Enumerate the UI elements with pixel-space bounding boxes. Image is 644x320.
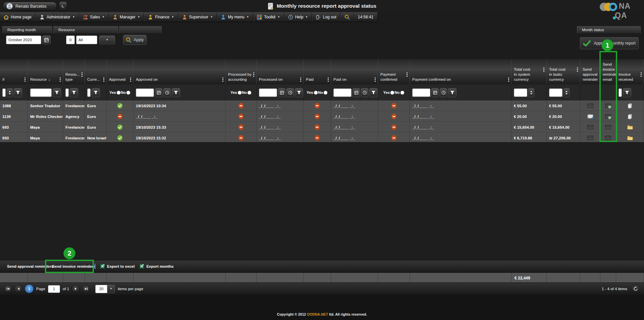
col-header-processed-on[interactable]: Processed on: [257, 59, 304, 84]
id-filter-button[interactable]: [14, 88, 22, 97]
nav-supervisor[interactable]: Supervisor▼: [178, 12, 217, 22]
column-menu-icon[interactable]: [508, 77, 509, 82]
nav-search-button[interactable]: [340, 12, 354, 22]
approved-on-filter-button[interactable]: [172, 88, 180, 97]
column-menu-icon[interactable]: [543, 67, 545, 72]
cell-invoice-received[interactable]: [616, 122, 644, 132]
total-cost-tasks-spinner[interactable]: [564, 88, 570, 97]
refresh-button[interactable]: [631, 284, 640, 293]
total-cost-system-filter-input[interactable]: [514, 88, 527, 97]
currency-filter-input[interactable]: [87, 88, 91, 97]
approved-on-calendar-button[interactable]: [155, 88, 162, 97]
cell-send-approval-reminder[interactable]: [580, 111, 600, 122]
page-size-select[interactable]: 20: [95, 285, 107, 293]
paid-on-clock-button[interactable]: [361, 88, 368, 97]
column-menu-icon[interactable]: [300, 77, 302, 82]
payment-confirmed-on-filter-input[interactable]: [412, 88, 430, 97]
cell-send-approval-reminder[interactable]: [580, 122, 600, 132]
resource-filter-input[interactable]: [30, 88, 52, 97]
dark-mode-toggle[interactable]: [59, 1, 67, 11]
column-menu-icon[interactable]: [24, 77, 26, 82]
col-header-resource[interactable]: Resource↓: [28, 59, 63, 84]
payment-confirmed-no-radio[interactable]: [400, 91, 404, 94]
apply-button[interactable]: Apply: [123, 35, 147, 45]
col-header-approved-on[interactable]: Approved on: [133, 59, 226, 84]
approved-on-filter-input[interactable]: [136, 88, 154, 97]
approved-no-radio[interactable]: [126, 91, 130, 94]
processed-yes-radio[interactable]: [238, 91, 241, 94]
col-header-send-invoice-reminder-email[interactable]: Send invoice reminder email: [600, 59, 616, 84]
id-spinner[interactable]: [7, 88, 13, 97]
processed-on-calendar-button[interactable]: [278, 88, 285, 97]
id-filter-input[interactable]: [2, 88, 6, 97]
column-menu-icon[interactable]: [407, 72, 408, 77]
paid-on-filter-button[interactable]: [369, 88, 378, 97]
resource-select[interactable]: All: [76, 36, 97, 44]
page-size-dropdown-button[interactable]: ▼: [107, 285, 115, 293]
col-header-payment-confirmed-on[interactable]: Payment confirmed on: [410, 59, 512, 84]
column-menu-icon[interactable]: [82, 72, 83, 77]
col-header-paid[interactable]: Paid: [304, 59, 331, 84]
cell-send-invoice-reminder[interactable]: [600, 122, 616, 132]
column-menu-icon[interactable]: [60, 77, 61, 82]
payment-confirmed-yes-radio[interactable]: [390, 91, 394, 94]
resource-type-filter-button[interactable]: [70, 88, 78, 97]
nav-manager[interactable]: Manager▼: [109, 12, 144, 22]
total-cost-tasks-filter-input[interactable]: [549, 88, 562, 97]
nav-log-out[interactable]: Log out: [312, 12, 340, 22]
col-header-approved[interactable]: Approved: [107, 59, 133, 84]
payment-confirmed-on-filter-button[interactable]: [448, 88, 457, 97]
paid-no-radio[interactable]: [324, 91, 327, 94]
column-menu-icon[interactable]: [328, 77, 329, 82]
nav-administrator[interactable]: Administrator▼: [36, 12, 79, 22]
col-header-id[interactable]: #: [0, 59, 28, 84]
cell-invoice-received[interactable]: [616, 111, 644, 122]
column-menu-icon[interactable]: [375, 77, 376, 82]
col-header-currency[interactable]: Curre...: [85, 59, 107, 84]
user-menu-button[interactable]: Renato Barcelos: [3, 2, 57, 11]
cell-send-invoice-reminder[interactable]: [600, 111, 616, 122]
payment-confirmed-on-calendar-button[interactable]: [431, 88, 439, 97]
cell-send-invoice-reminder[interactable]: [600, 133, 616, 143]
column-menu-icon[interactable]: [641, 72, 642, 77]
column-menu-icon[interactable]: [253, 72, 255, 77]
column-menu-icon[interactable]: [130, 77, 131, 82]
prev-page-button[interactable]: [14, 285, 22, 293]
nav-finance[interactable]: Finance▼: [144, 12, 178, 22]
col-header-total-cost-system[interactable]: Total cost in system currency: [512, 59, 547, 84]
invoice-received-filter-button[interactable]: [623, 88, 631, 97]
column-menu-icon[interactable]: [222, 77, 224, 82]
first-page-button[interactable]: [4, 285, 12, 293]
col-header-paid-on[interactable]: Paid on: [331, 59, 378, 84]
nav-toolkit[interactable]: Toolkit▼: [253, 12, 284, 22]
nav-help[interactable]: Help▼: [284, 12, 312, 22]
last-page-button[interactable]: [82, 285, 90, 293]
approved-on-clock-button[interactable]: [163, 88, 171, 97]
resource-number-input[interactable]: [66, 36, 75, 44]
table-row[interactable]: 1088 Senhor Tradutor Freelancer Euro 19/…: [0, 101, 644, 111]
paid-on-filter-input[interactable]: [333, 88, 352, 97]
invoice-received-filter-input[interactable]: [619, 88, 622, 97]
page-number-input[interactable]: [48, 285, 60, 293]
nav-sales[interactable]: Sales▼: [79, 12, 108, 22]
resource-type-filter-input[interactable]: [65, 88, 69, 97]
export-months-button[interactable]: Export months: [137, 262, 176, 271]
processed-on-clock-button[interactable]: [286, 88, 294, 97]
paid-yes-radio[interactable]: [314, 91, 318, 94]
processed-on-filter-button[interactable]: [295, 88, 303, 97]
col-header-invoice-received[interactable]: Invoice received: [616, 59, 644, 84]
approved-yes-radio[interactable]: [117, 91, 120, 94]
send-approval-reminders-button[interactable]: Send approval reminders: [3, 262, 46, 271]
column-menu-icon[interactable]: [103, 77, 105, 82]
nav-my-menu[interactable]: My menu▼: [217, 12, 253, 22]
cell-send-approval-reminder[interactable]: [580, 133, 600, 143]
current-page-badge[interactable]: 1: [25, 284, 34, 293]
resource-filter-button[interactable]: [53, 88, 61, 97]
next-page-button[interactable]: [72, 285, 79, 293]
nav-home-page[interactable]: Home page: [0, 12, 36, 22]
paid-on-calendar-button[interactable]: [353, 88, 360, 97]
total-cost-system-spinner[interactable]: [528, 88, 534, 97]
cell-invoice-received[interactable]: [616, 101, 644, 111]
col-header-send-approval-reminder[interactable]: Send approval reminder: [580, 59, 600, 84]
resource-select-dropdown-button[interactable]: ▼: [99, 36, 115, 44]
